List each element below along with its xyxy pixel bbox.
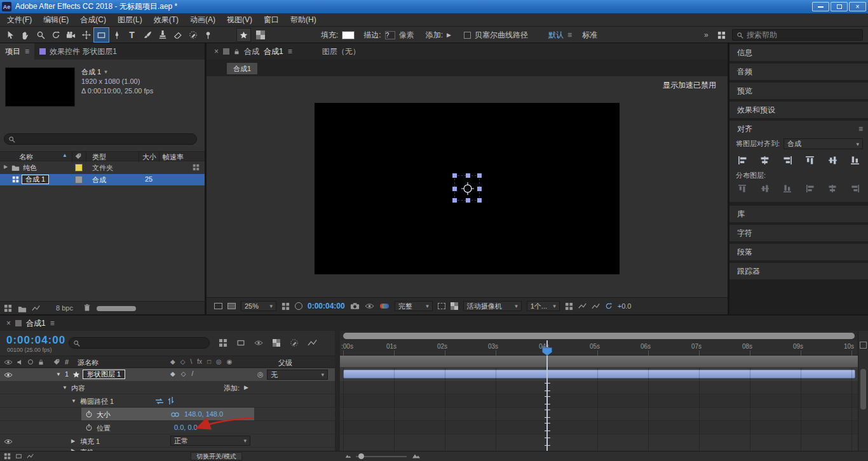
layer-duration-bar[interactable] bbox=[343, 370, 855, 378]
panel-effects-presets[interactable]: 效果和预设 bbox=[729, 102, 868, 118]
workspace-default-menu-icon[interactable]: ≡ bbox=[567, 30, 572, 39]
selection-handle[interactable] bbox=[452, 198, 457, 203]
switch-col-icon-7[interactable]: ◉ bbox=[227, 358, 233, 365]
mask-visibility-icon[interactable] bbox=[295, 302, 302, 310]
col-size[interactable]: 大小 bbox=[142, 152, 156, 162]
panel-audio[interactable]: 音频 bbox=[729, 63, 868, 80]
eye-column-icon[interactable] bbox=[4, 359, 13, 365]
align-right-button[interactable] bbox=[781, 154, 794, 166]
panel-preview[interactable]: 预览 bbox=[729, 83, 868, 99]
layer-switch-icon-3[interactable]: / bbox=[191, 370, 193, 377]
channels-icon[interactable] bbox=[379, 302, 390, 310]
parent-column[interactable]: 父级 bbox=[278, 358, 292, 368]
time-ruler[interactable]: :00s 01s 02s 03s 04s 05s 06s 07s 08s 09s… bbox=[340, 340, 858, 356]
text-tool[interactable]: T bbox=[125, 28, 139, 42]
fast-previews-icon[interactable] bbox=[578, 303, 587, 309]
parent-dropdown[interactable]: 无▾ bbox=[267, 370, 328, 380]
puppet-pin-tool[interactable] bbox=[201, 28, 215, 42]
maximize-button[interactable] bbox=[831, 2, 848, 11]
contents-twirl-icon[interactable]: ▼ bbox=[62, 385, 67, 391]
panel-align-title[interactable]: 对齐 bbox=[737, 124, 752, 135]
tab-project[interactable]: 项目 ≡ bbox=[0, 43, 34, 60]
bezier-path-option[interactable]: 贝塞尔曲线路径 bbox=[464, 30, 528, 41]
menu-window[interactable]: 窗口 bbox=[258, 13, 285, 26]
menu-file[interactable]: 文件(F) bbox=[1, 13, 37, 26]
align-hcenter-button[interactable] bbox=[759, 154, 771, 166]
always-preview-icon[interactable] bbox=[214, 303, 222, 309]
project-comp-title[interactable]: 合成 1 bbox=[81, 67, 101, 77]
resolution-dropdown[interactable]: 完整▾ bbox=[395, 301, 433, 311]
fill-twirl-icon[interactable]: ▶ bbox=[71, 438, 75, 444]
selection-handle[interactable] bbox=[477, 187, 482, 191]
row-twirl-icon[interactable]: ▶ bbox=[4, 164, 8, 170]
flowchart-icon[interactable] bbox=[193, 164, 200, 171]
lock-column-icon[interactable] bbox=[38, 359, 44, 366]
bit-depth-label[interactable]: 8 bpc bbox=[56, 304, 73, 312]
comp-mini-flowchart-icon[interactable] bbox=[219, 338, 227, 347]
align-vcenter-button[interactable] bbox=[826, 154, 839, 166]
fill-color-swatch[interactable] bbox=[342, 31, 355, 39]
fill-eye-icon[interactable] bbox=[4, 439, 13, 444]
graph-editor-icon[interactable] bbox=[308, 339, 317, 347]
minimize-button[interactable] bbox=[812, 2, 829, 11]
distribute-hcenter-button[interactable] bbox=[826, 183, 839, 194]
menu-edit[interactable]: 编辑(E) bbox=[37, 13, 74, 26]
close-button[interactable]: × bbox=[849, 2, 866, 11]
panel-character[interactable]: 字符 bbox=[729, 225, 868, 241]
zoom-in-mountain-icon[interactable] bbox=[412, 452, 421, 459]
size-value[interactable]: 148.0, 148.0 bbox=[184, 410, 223, 418]
sort-asc-icon[interactable]: ▲ bbox=[62, 152, 67, 158]
view-layout-dropdown[interactable]: 1个...▾ bbox=[527, 301, 560, 311]
size-row[interactable]: 大小 148.0, 148.0 bbox=[0, 408, 335, 421]
playhead-line[interactable] bbox=[546, 340, 548, 451]
layer-switch-icon-2[interactable]: ◇ bbox=[181, 370, 186, 377]
distribute-left-button[interactable] bbox=[804, 183, 817, 194]
comp-viewport[interactable] bbox=[315, 103, 620, 274]
bezier-checkbox[interactable] bbox=[464, 32, 471, 39]
interpret-footage-icon[interactable] bbox=[4, 304, 12, 312]
expand-render-icon[interactable] bbox=[27, 453, 34, 460]
shape-star-button[interactable] bbox=[236, 28, 251, 42]
audio-column-icon[interactable] bbox=[17, 359, 24, 366]
exposure-reset-icon[interactable] bbox=[605, 302, 613, 310]
distribute-bottom-button[interactable] bbox=[781, 183, 794, 194]
show-snapshot-icon[interactable] bbox=[365, 303, 374, 309]
expand-inout-icon[interactable] bbox=[15, 453, 22, 460]
ellipse-path-row[interactable]: ▼ 椭圆路径 1 bbox=[0, 394, 335, 408]
switch-col-icon-2[interactable]: ◇ bbox=[180, 358, 186, 365]
constrain-link-icon[interactable] bbox=[170, 411, 180, 418]
align-top-button[interactable] bbox=[804, 154, 817, 166]
align-bottom-button[interactable] bbox=[849, 154, 862, 166]
solo-column-icon[interactable] bbox=[28, 359, 33, 364]
switch-col-icon-5[interactable]: □ bbox=[207, 358, 211, 365]
camera-dropdown[interactable]: 活动摄像机▾ bbox=[463, 301, 522, 311]
add-menu-icon[interactable]: ▶ bbox=[447, 32, 451, 38]
label-color-swatch[interactable] bbox=[75, 164, 83, 171]
workspace-standard[interactable]: 标准 bbox=[582, 30, 597, 41]
menu-layer[interactable]: 图层(L) bbox=[112, 13, 148, 26]
new-composition-icon[interactable] bbox=[32, 304, 40, 312]
new-folder-icon[interactable] bbox=[18, 305, 27, 312]
col-type[interactable]: 类型 bbox=[92, 152, 106, 162]
anchor-point-icon[interactable] bbox=[461, 182, 475, 196]
project-search-input[interactable] bbox=[4, 133, 197, 145]
position-label[interactable]: 位置 bbox=[97, 424, 111, 433]
project-hscrollbar[interactable] bbox=[97, 306, 136, 311]
row-name[interactable]: 纯色 bbox=[23, 163, 37, 173]
rectangle-tool[interactable] bbox=[94, 28, 109, 42]
toolbar-overflow-icon[interactable]: » bbox=[704, 30, 709, 39]
source-name-column[interactable]: 源名称 bbox=[78, 358, 98, 368]
selection-handle[interactable] bbox=[477, 173, 482, 178]
selection-handle[interactable] bbox=[452, 173, 457, 178]
position-row[interactable]: 位置 0.0, 0.0 bbox=[0, 421, 335, 434]
roto-brush-tool[interactable] bbox=[186, 28, 200, 42]
timeline-vscrollbar[interactable] bbox=[860, 369, 866, 410]
selection-tool[interactable] bbox=[3, 28, 17, 42]
position-value[interactable]: 0.0, 0.0 bbox=[174, 424, 198, 431]
col-name[interactable]: 名称 bbox=[19, 152, 33, 162]
size-label[interactable]: 大小 bbox=[97, 410, 111, 420]
ellipse-twirl-icon[interactable]: ▼ bbox=[71, 398, 76, 404]
grid-guides-icon[interactable] bbox=[281, 302, 290, 311]
shape-selection-box[interactable] bbox=[454, 175, 480, 201]
zoom-tool[interactable] bbox=[33, 28, 48, 42]
